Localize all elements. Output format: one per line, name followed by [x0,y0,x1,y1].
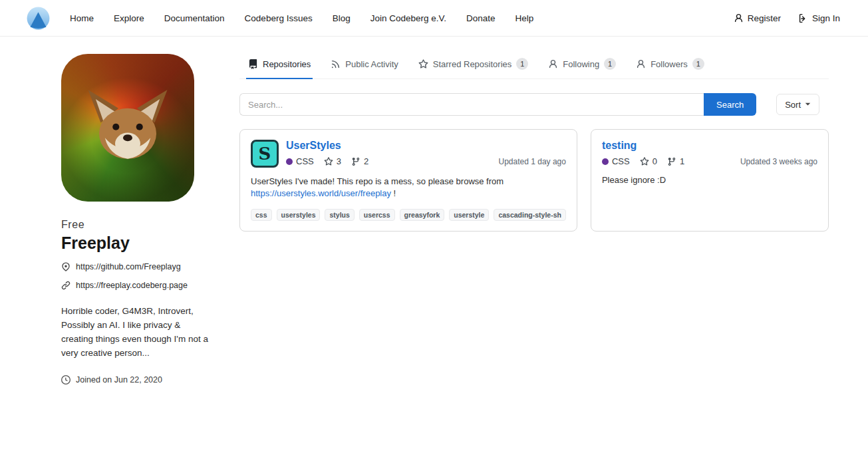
register-label: Register [748,13,781,23]
sign-in-button[interactable]: Sign In [798,13,840,23]
tab-starred-repositories[interactable]: Starred Repositories 1 [416,54,531,79]
repo-forks[interactable]: 1 [667,156,684,166]
repo-card-head: S UserStyles CSS 3 [251,140,566,168]
repo-description: UserStyles I've made! This repo is a mes… [251,176,566,200]
tab-following[interactable]: Following 1 [546,54,618,79]
following-count-badge: 1 [604,58,616,70]
person-icon [548,59,558,69]
repo-avatar-userstyles: S [251,140,279,168]
nav-item-blog[interactable]: Blog [333,13,351,23]
followers-count-badge: 1 [692,58,704,70]
tab-following-label: Following [563,59,599,69]
nav-item-join-codeberg[interactable]: Join Codeberg e.V. [370,13,446,23]
repo-forks-count: 1 [680,156,684,166]
profile-sidebar: Free Freeplay https://github.com/Freepla… [61,54,214,385]
link-icon [61,281,71,290]
repo-language-label: CSS [612,156,630,166]
profile-location-text: https://github.com/Freeplayg [76,262,181,271]
nav-item-help[interactable]: Help [515,13,534,23]
search-group: Search [239,93,756,116]
repo-forks[interactable]: 2 [351,156,368,166]
starred-count-badge: 1 [516,58,528,70]
codeberg-logo-icon[interactable] [27,7,50,30]
sort-dropdown[interactable]: Sort [776,94,819,115]
repo-description-text: UserStyles I've made! This repo is a mes… [251,176,504,186]
sign-in-label: Sign In [812,13,840,23]
star-icon [418,59,428,69]
person-icon [734,13,744,23]
tab-public-activity-label: Public Activity [345,59,398,69]
repo-title-link[interactable]: testing [602,140,637,151]
tab-followers[interactable]: Followers 1 [634,54,706,79]
tab-public-activity[interactable]: Public Activity [329,54,400,79]
repo-updated-timestamp: Updated 1 day ago [499,157,566,166]
star-icon [324,157,333,166]
topic-tag[interactable]: userstyles [277,209,321,221]
profile-joined-row: Joined on Jun 22, 2020 [61,375,214,385]
profile-avatar [61,54,194,202]
tab-repositories-label: Repositories [263,59,311,69]
top-navbar: Home Explore Documentation Codeberg Issu… [0,0,868,37]
repo-stars-count: 3 [337,156,341,166]
profile-tabs: Repositories Public Activity Starred Rep… [239,54,829,79]
nav-item-donate[interactable]: Donate [466,13,496,23]
search-button[interactable]: Search [704,93,756,116]
repo-language-label: CSS [296,156,314,166]
repo-meta-row: CSS 3 2 Updated 1 day ago [286,156,566,166]
repo-card: S UserStyles CSS 3 [239,129,577,232]
repo-description-link[interactable]: https://userstyles.world/user/freeplay [251,188,391,198]
repo-stars-count: 0 [652,156,657,166]
nav-links: Home Explore Documentation Codeberg Issu… [70,13,533,23]
profile-bio: Horrible coder, G4M3R, Introvert, Possib… [61,305,214,361]
repo-description: Please ignore :D [602,174,817,186]
repo-card-head: testing CSS 0 [602,140,817,166]
sort-label: Sort [785,100,801,110]
profile-main: Repositories Public Activity Starred Rep… [239,54,829,232]
repo-meta-row: CSS 0 1 Updated 3 weeks ago [602,156,817,166]
topic-tag[interactable]: usercss [359,209,395,221]
repo-title-link[interactable]: UserStyles [286,140,341,151]
repo-stars[interactable]: 3 [324,156,341,166]
fox-photo [77,77,178,178]
sign-in-icon [798,13,808,23]
repo-card: testing CSS 0 [591,129,829,232]
tab-followers-label: Followers [651,59,688,69]
repo-search-row: Search Sort [239,93,829,116]
chevron-down-icon [805,102,811,106]
git-fork-icon [351,157,361,166]
topic-tag[interactable]: css [251,209,272,221]
repo-head-right: UserStyles CSS 3 [286,140,566,168]
nav-item-explore[interactable]: Explore [114,13,144,23]
repo-updated-timestamp: Updated 3 weeks ago [740,157,817,166]
nav-item-home[interactable]: Home [70,13,94,23]
repo-language: CSS [286,156,314,166]
repo-topics: css userstyles stylus usercss greasyfork… [251,200,566,221]
repo-stars[interactable]: 0 [640,156,657,166]
repo-forks-count: 2 [364,156,368,166]
tab-repositories[interactable]: Repositories [246,54,313,79]
topic-tag[interactable]: userstyle [449,209,489,221]
star-icon [640,157,649,166]
profile-username: Freeplay [61,233,214,253]
profile-website-link[interactable]: https://freeplay.codeberg.page [76,281,188,290]
repo-description-suffix: ! [391,188,396,198]
git-fork-icon [667,157,676,166]
repo-icon [248,59,258,69]
language-dot-icon [286,158,293,165]
profile-full-name: Free [61,219,214,231]
topic-tag[interactable]: cascading-style-sh [494,209,566,221]
topic-tag[interactable]: stylus [325,209,354,221]
page-container: Free Freeplay https://github.com/Freepla… [0,37,868,385]
repo-language: CSS [602,156,630,166]
repo-head-right: testing CSS 0 [602,140,817,166]
location-pin-icon [61,262,71,271]
profile-website-row: https://freeplay.codeberg.page [61,281,214,290]
nav-item-documentation[interactable]: Documentation [164,13,225,23]
person-icon [636,59,646,69]
nav-item-codeberg-issues[interactable]: Codeberg Issues [245,13,313,23]
search-input[interactable] [239,93,704,116]
profile-location-row: https://github.com/Freeplayg [61,262,214,271]
language-dot-icon [602,158,609,165]
topic-tag[interactable]: greasyfork [400,209,445,221]
register-button[interactable]: Register [734,13,781,23]
